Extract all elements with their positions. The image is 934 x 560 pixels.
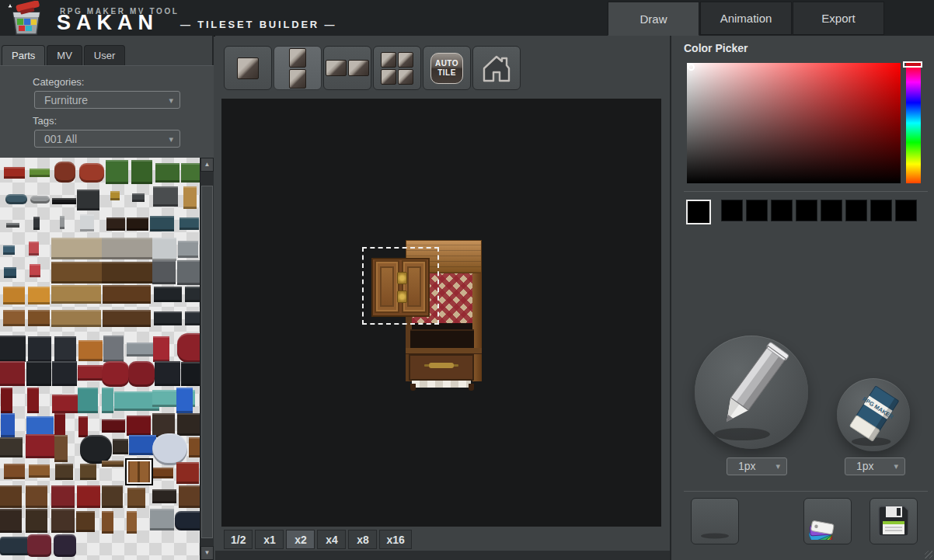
part-thumbnail[interactable] xyxy=(28,310,50,326)
part-thumbnail[interactable] xyxy=(52,361,77,386)
part-thumbnail[interactable] xyxy=(1,388,12,413)
part-thumbnail[interactable] xyxy=(181,362,200,386)
part-thumbnail[interactable] xyxy=(0,361,25,386)
part-thumbnail[interactable] xyxy=(3,310,25,326)
palette-button[interactable] xyxy=(803,498,852,544)
scroll-up-button[interactable]: ▲ xyxy=(200,158,214,172)
part-thumbnail[interactable] xyxy=(176,388,193,413)
part-thumbnail[interactable] xyxy=(78,365,103,381)
part-thumbnail[interactable] xyxy=(110,191,120,200)
part-thumbnail[interactable] xyxy=(155,361,180,386)
scroll-down-button[interactable]: ▼ xyxy=(200,546,214,560)
part-thumbnail[interactable] xyxy=(152,489,176,503)
tags-dropdown[interactable]: 001 All ▾ xyxy=(34,130,180,148)
tile-single-button[interactable] xyxy=(224,46,272,90)
placement-selection-rect[interactable] xyxy=(362,247,439,325)
selected-part-thumbnail[interactable] xyxy=(127,460,152,484)
part-thumbnail[interactable] xyxy=(54,435,68,462)
palette-swatch-2[interactable] xyxy=(746,200,768,221)
tile-horizontal-button[interactable] xyxy=(323,46,371,90)
part-thumbnail[interactable] xyxy=(78,388,98,413)
part-thumbnail[interactable] xyxy=(179,217,199,230)
palette-swatch-6[interactable] xyxy=(845,200,867,221)
part-thumbnail[interactable] xyxy=(51,509,75,533)
part-thumbnail[interactable] xyxy=(153,186,178,207)
part-thumbnail[interactable] xyxy=(183,186,197,209)
pencil-tool-button[interactable] xyxy=(695,336,808,449)
tab-draw[interactable]: Draw xyxy=(608,2,699,36)
zoom-x4[interactable]: x4 xyxy=(317,530,346,549)
part-thumbnail[interactable] xyxy=(30,264,40,277)
part-thumbnail[interactable] xyxy=(102,238,152,259)
parts-tab-mv[interactable]: MV xyxy=(47,45,82,66)
part-thumbnail[interactable] xyxy=(77,485,100,508)
part-thumbnail[interactable] xyxy=(27,388,39,413)
zoom-x1[interactable]: x1 xyxy=(255,530,284,549)
part-thumbnail[interactable] xyxy=(127,488,145,508)
categories-dropdown[interactable]: Furniture ▾ xyxy=(34,91,180,109)
palette-swatch-1[interactable] xyxy=(721,200,743,221)
tab-animation[interactable]: Animation xyxy=(700,2,792,35)
save-button[interactable] xyxy=(870,498,918,544)
zoom-x16[interactable]: x16 xyxy=(379,530,411,549)
part-thumbnail[interactable] xyxy=(51,285,101,304)
part-thumbnail[interactable] xyxy=(154,287,182,302)
part-thumbnail[interactable] xyxy=(102,511,113,534)
part-thumbnail[interactable] xyxy=(51,238,102,259)
part-thumbnail[interactable] xyxy=(54,162,75,183)
part-thumbnail[interactable] xyxy=(181,163,200,183)
resize-grip[interactable] xyxy=(925,551,932,558)
part-thumbnail[interactable] xyxy=(102,485,123,508)
part-thumbnail[interactable] xyxy=(106,160,128,184)
part-thumbnail[interactable] xyxy=(102,361,129,387)
part-thumbnail[interactable] xyxy=(78,416,88,437)
zoom-1/2[interactable]: 1/2 xyxy=(224,530,253,549)
part-thumbnail[interactable] xyxy=(80,464,96,480)
part-thumbnail[interactable] xyxy=(0,437,23,457)
part-thumbnail[interactable] xyxy=(103,285,151,304)
part-thumbnail[interactable] xyxy=(51,485,75,508)
part-thumbnail[interactable] xyxy=(80,214,94,231)
eraser-size-dropdown[interactable]: 1px ▾ xyxy=(845,457,905,475)
part-thumbnail[interactable] xyxy=(29,464,50,478)
part-thumbnail[interactable] xyxy=(175,511,200,530)
part-thumbnail[interactable] xyxy=(150,509,174,530)
autotile-button[interactable]: AUTO TILE xyxy=(423,46,471,90)
part-thumbnail[interactable] xyxy=(79,163,104,183)
part-thumbnail[interactable] xyxy=(179,485,200,508)
tile-vertical-button[interactable] xyxy=(274,46,322,90)
scrollbar-thumb[interactable] xyxy=(201,186,213,538)
part-thumbnail[interactable] xyxy=(153,468,173,478)
part-thumbnail[interactable] xyxy=(4,167,25,179)
parts-tab-user[interactable]: User xyxy=(84,45,125,66)
part-thumbnail[interactable] xyxy=(3,245,15,255)
part-thumbnail[interactable] xyxy=(30,169,50,177)
part-thumbnail[interactable] xyxy=(0,336,26,362)
part-thumbnail[interactable] xyxy=(103,310,151,327)
part-thumbnail[interactable] xyxy=(177,260,200,285)
part-thumbnail[interactable] xyxy=(176,462,199,484)
palette-swatch-8[interactable] xyxy=(895,200,917,221)
saturation-value-field[interactable] xyxy=(687,63,901,183)
part-thumbnail[interactable] xyxy=(26,509,47,533)
part-thumbnail[interactable] xyxy=(33,217,40,230)
part-thumbnail[interactable] xyxy=(102,461,124,467)
drawing-canvas[interactable] xyxy=(221,99,661,527)
part-thumbnail[interactable] xyxy=(26,485,47,508)
zoom-x2[interactable]: x2 xyxy=(286,530,315,549)
part-thumbnail[interactable] xyxy=(106,217,125,231)
part-thumbnail[interactable] xyxy=(52,395,78,413)
part-thumbnail[interactable] xyxy=(28,287,50,304)
part-thumbnail[interactable] xyxy=(54,336,76,362)
palette-swatch-5[interactable] xyxy=(821,200,842,221)
house-sample-button[interactable] xyxy=(472,46,521,90)
part-thumbnail[interactable] xyxy=(0,485,22,508)
part-thumbnail[interactable] xyxy=(113,439,128,454)
hue-cursor[interactable] xyxy=(903,61,922,68)
part-thumbnail[interactable] xyxy=(28,336,51,362)
part-thumbnail[interactable] xyxy=(78,340,103,361)
parts-tab-parts[interactable]: Parts xyxy=(2,45,45,66)
part-thumbnail[interactable] xyxy=(60,216,64,229)
parts-scrollbar[interactable]: ▲ ▼ xyxy=(200,158,214,560)
part-thumbnail[interactable] xyxy=(55,464,73,480)
